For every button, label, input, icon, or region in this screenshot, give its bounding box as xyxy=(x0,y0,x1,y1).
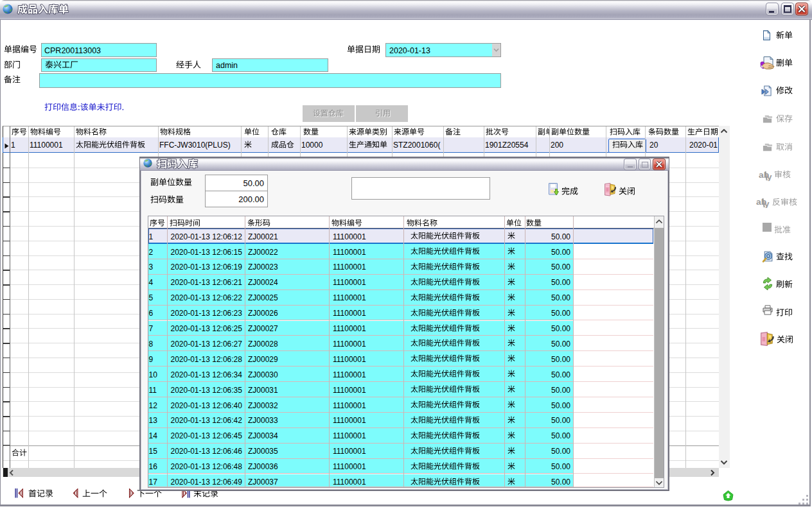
svg-text:y: y xyxy=(764,200,770,208)
svg-text:y: y xyxy=(767,173,773,181)
